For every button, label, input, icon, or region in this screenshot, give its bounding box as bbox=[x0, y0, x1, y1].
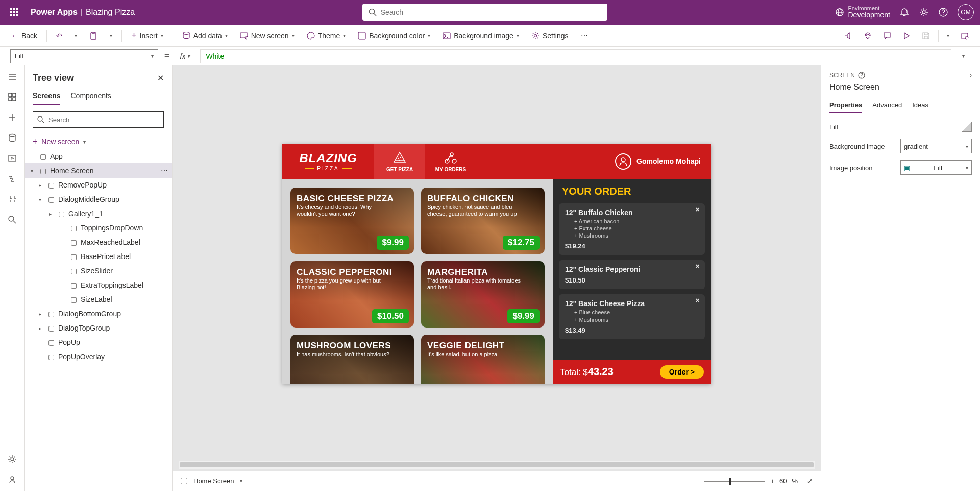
media-icon[interactable] bbox=[7, 153, 17, 163]
tab-get-pizza[interactable]: GET PIZZA bbox=[374, 144, 425, 179]
svg-point-37 bbox=[11, 477, 14, 480]
settings-rail-icon[interactable] bbox=[7, 454, 17, 464]
tab-screens[interactable]: Screens bbox=[33, 87, 60, 105]
zoom-in[interactable]: + bbox=[770, 477, 774, 485]
new-screen-link[interactable]: +New screen▾ bbox=[24, 134, 172, 149]
svg-point-40 bbox=[398, 158, 399, 159]
property-selector[interactable]: Fill▾ bbox=[10, 49, 158, 63]
bg-image-button[interactable]: Background image▾ bbox=[437, 29, 524, 43]
fx-button[interactable]: fx▾ bbox=[176, 52, 194, 60]
preview-button[interactable] bbox=[897, 29, 916, 43]
user-profile[interactable]: Gomolemo Mohapi bbox=[615, 144, 711, 179]
checker-button[interactable] bbox=[859, 29, 877, 43]
order-button[interactable]: Order > bbox=[660, 365, 704, 379]
info-icon[interactable] bbox=[858, 72, 865, 79]
pizza-card[interactable]: CLASSIC PEPPERONIIt's the pizza you grew… bbox=[290, 261, 414, 328]
tree-item[interactable]: ▾▢Home Screen⋯ bbox=[24, 163, 172, 178]
flows-icon[interactable] bbox=[7, 174, 17, 184]
svg-text:+: + bbox=[246, 36, 248, 39]
close-icon[interactable]: ✕ bbox=[157, 73, 164, 83]
formula-expand[interactable]: ▾ bbox=[957, 50, 970, 62]
save-button[interactable] bbox=[917, 29, 935, 43]
tree-item[interactable]: ▢SizeLabel⋯ bbox=[24, 292, 172, 307]
back-button[interactable]: ←Back bbox=[6, 29, 42, 43]
tree-view-icon[interactable] bbox=[7, 92, 17, 102]
add-data-button[interactable]: Add data▾ bbox=[177, 29, 233, 43]
global-search[interactable] bbox=[362, 4, 607, 21]
tree-item[interactable]: ▢PopUpOverlay⋯ bbox=[24, 349, 172, 364]
pizza-card[interactable]: VEGGIE DELIGHTIt's like salad, but on a … bbox=[421, 335, 545, 384]
zoom-slider[interactable] bbox=[704, 481, 765, 482]
remove-icon[interactable]: ✕ bbox=[695, 297, 700, 304]
pizza-card[interactable]: BUFFALO CHICKENSpicy chicken, hot sauce … bbox=[421, 188, 545, 254]
data-icon[interactable] bbox=[7, 133, 17, 143]
tree-item[interactable]: ▢ExtraToppingsLabel⋯ bbox=[24, 278, 172, 292]
notifications-icon[interactable] bbox=[899, 7, 910, 17]
footer-screen-name[interactable]: Home Screen bbox=[193, 477, 234, 485]
help-icon[interactable] bbox=[938, 7, 948, 17]
user-avatar[interactable]: GM bbox=[958, 4, 974, 20]
settings-button[interactable]: Settings bbox=[526, 29, 574, 43]
undo-chevron[interactable]: ▾ bbox=[69, 30, 82, 41]
search-input[interactable] bbox=[381, 8, 601, 16]
publish-chevron[interactable]: ▾ bbox=[942, 30, 954, 41]
property-select[interactable]: ▣ Fill▾ bbox=[900, 160, 972, 175]
horizontal-scrollbar[interactable] bbox=[179, 461, 815, 469]
formula-input[interactable]: White bbox=[200, 49, 951, 63]
virtual-agent-icon[interactable] bbox=[7, 475, 17, 485]
paste-chevron[interactable]: ▾ bbox=[105, 30, 117, 41]
undo-button[interactable]: ↶ bbox=[51, 29, 67, 43]
environment-picker[interactable]: EnvironmentDevelopment bbox=[835, 5, 891, 19]
tab-my-orders[interactable]: MY ORDERS bbox=[425, 144, 476, 179]
tree-item[interactable]: ▢ToppingsDropDown⋯ bbox=[24, 221, 172, 235]
more-button[interactable]: ⋯ bbox=[576, 29, 593, 43]
tab-components[interactable]: Components bbox=[70, 87, 111, 105]
theme-button[interactable]: Theme▾ bbox=[302, 29, 351, 43]
svg-rect-4 bbox=[13, 11, 15, 13]
tree-item[interactable]: ▸▢Gallery1_1⋯ bbox=[24, 206, 172, 221]
tab-ideas[interactable]: Ideas bbox=[912, 98, 928, 113]
pizza-card[interactable]: MARGHERITATraditional Italian pizza with… bbox=[421, 261, 545, 328]
tree-item[interactable]: ▢BasePriceLabel⋯ bbox=[24, 249, 172, 264]
remove-icon[interactable]: ✕ bbox=[695, 263, 700, 270]
tools-icon[interactable] bbox=[7, 194, 17, 204]
publish-button[interactable] bbox=[955, 29, 974, 43]
tree-item[interactable]: ▢App⋯ bbox=[24, 149, 172, 163]
property-select[interactable]: gradient▾ bbox=[900, 139, 972, 153]
fit-icon[interactable]: ⤢ bbox=[807, 477, 813, 485]
tree-item[interactable]: ▸▢DialogBottomGroup⋯ bbox=[24, 307, 172, 321]
canvas[interactable]: BLAZING PIZZA GET PIZZA MY ORDERS Gomole… bbox=[282, 144, 711, 384]
search-rail-icon[interactable] bbox=[7, 215, 17, 225]
hamburger-icon[interactable] bbox=[7, 72, 17, 82]
remove-icon[interactable]: ✕ bbox=[695, 206, 700, 213]
screen-checkbox[interactable] bbox=[181, 478, 187, 484]
tree-title: Tree view bbox=[33, 73, 74, 83]
svg-line-10 bbox=[374, 14, 376, 16]
svg-rect-16 bbox=[91, 33, 96, 39]
tree-search-input[interactable] bbox=[48, 116, 159, 124]
tree-item[interactable]: ▢PopUp⋯ bbox=[24, 335, 172, 349]
svg-point-14 bbox=[922, 11, 925, 14]
tree-item[interactable]: ▾▢DialogMiddleGroup⋯ bbox=[24, 192, 172, 206]
new-screen-button[interactable]: +New screen▾ bbox=[235, 29, 300, 43]
tree-item[interactable]: ▸▢RemovePopUp⋯ bbox=[24, 178, 172, 192]
tree-search[interactable] bbox=[33, 111, 164, 128]
insert-icon[interactable] bbox=[7, 112, 17, 123]
share-button[interactable] bbox=[839, 29, 857, 43]
fill-swatch[interactable] bbox=[962, 122, 972, 132]
settings-gear-icon[interactable] bbox=[919, 7, 929, 17]
tab-properties[interactable]: Properties bbox=[829, 98, 862, 113]
chevron-right-icon[interactable]: › bbox=[970, 72, 972, 79]
tree-item[interactable]: ▢MaxReachedLabel⋯ bbox=[24, 235, 172, 249]
bg-color-button[interactable]: Background color▾ bbox=[353, 29, 435, 43]
tree-item[interactable]: ▸▢DialogTopGroup⋯ bbox=[24, 321, 172, 335]
pizza-card[interactable]: BASIC CHEESE PIZZAIt's cheesy and delici… bbox=[290, 188, 414, 254]
comments-button[interactable] bbox=[878, 29, 896, 43]
tree-item[interactable]: ▢SizeSlider⋯ bbox=[24, 264, 172, 278]
pizza-card[interactable]: MUSHROOM LOVERSIt has mushrooms. Isn't t… bbox=[290, 335, 414, 384]
waffle-icon[interactable] bbox=[6, 4, 22, 20]
tab-advanced[interactable]: Advanced bbox=[872, 98, 902, 113]
zoom-out[interactable]: − bbox=[695, 477, 699, 485]
paste-button[interactable] bbox=[84, 29, 103, 43]
insert-button[interactable]: +Insert▾ bbox=[126, 27, 168, 44]
